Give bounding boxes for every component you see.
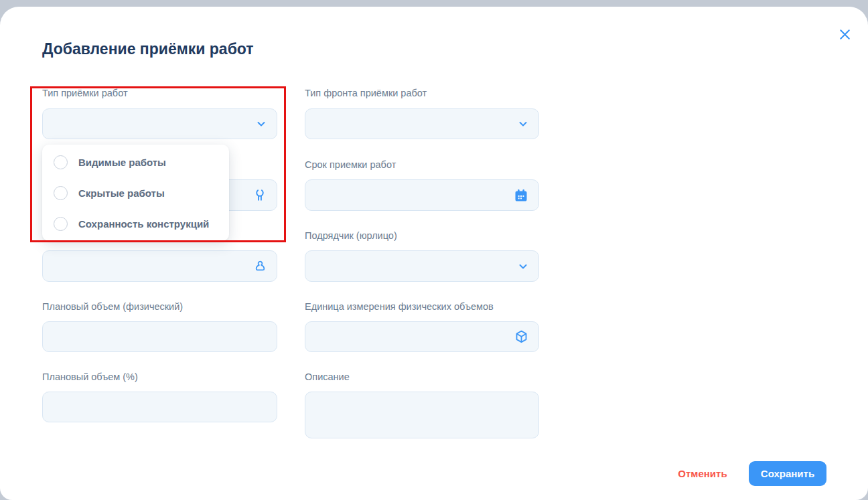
- accept-type-value: [43, 109, 277, 139]
- dropdown-option-visible-works[interactable]: Видимые работы: [42, 147, 229, 177]
- unit-picker-field[interactable]: [305, 321, 539, 352]
- accept-type-dropdown-panel: Видимые работы Скрытые работы Сохранност…: [42, 145, 229, 241]
- close-button[interactable]: [835, 24, 855, 44]
- planned-percent-field[interactable]: [42, 392, 277, 422]
- accept-type-label: Тип приёмки работ: [42, 88, 128, 98]
- planned-physical-label: Плановый объем (физический): [42, 301, 183, 312]
- planned-physical-field[interactable]: [42, 321, 277, 352]
- contractor-value: [305, 251, 538, 281]
- wrench-icon: [252, 188, 267, 203]
- deadline-label: Срок приемки работ: [305, 159, 396, 170]
- cancel-button[interactable]: Отменить: [672, 463, 733, 483]
- save-button[interactable]: Сохранить: [749, 461, 826, 486]
- deadline-value: [305, 180, 538, 210]
- front-type-label: Тип фронта приёмки работ: [305, 88, 427, 98]
- dropdown-option-label: Скрытые работы: [78, 187, 165, 199]
- person-picker-value: [43, 251, 277, 281]
- planned-physical-input[interactable]: [43, 322, 277, 351]
- chevron-down-icon: [517, 118, 529, 130]
- chevron-down-icon: [255, 118, 267, 130]
- radio-circle-icon[interactable]: [54, 217, 68, 231]
- description-label: Описание: [305, 371, 350, 382]
- unit-label: Единица измерения физических объемов: [305, 301, 494, 312]
- unit-value: [305, 322, 538, 351]
- accept-type-select[interactable]: [42, 108, 277, 139]
- add-work-acceptance-modal: Добавление приёмки работ Тип приёмки раб…: [0, 7, 868, 500]
- radio-circle-icon[interactable]: [54, 155, 68, 169]
- chevron-down-icon: [517, 260, 529, 272]
- dropdown-option-label: Видимые работы: [78, 157, 166, 168]
- contractor-label: Подрядчик (юрлицо): [305, 230, 397, 241]
- description-textarea[interactable]: [305, 392, 538, 438]
- dropdown-option-structure-safety[interactable]: Сохранность конструкций: [42, 208, 229, 239]
- person-icon: [253, 259, 267, 273]
- modal-title: Добавление приёмки работ: [42, 40, 254, 58]
- front-type-value: [305, 109, 538, 139]
- radio-circle-icon[interactable]: [54, 186, 68, 200]
- person-picker-field[interactable]: [42, 250, 277, 282]
- front-type-select[interactable]: [305, 108, 539, 139]
- description-field[interactable]: [305, 392, 539, 438]
- planned-percent-label: Плановый объем (%): [42, 371, 138, 382]
- planned-percent-input[interactable]: [43, 392, 277, 422]
- calendar-icon: [513, 187, 529, 203]
- contractor-select[interactable]: [305, 250, 539, 282]
- deadline-date-field[interactable]: [305, 179, 539, 211]
- close-icon: [837, 27, 853, 42]
- dropdown-option-label: Сохранность конструкций: [78, 218, 209, 230]
- dropdown-option-hidden-works[interactable]: Скрытые работы: [42, 177, 229, 208]
- cube-icon: [514, 329, 529, 345]
